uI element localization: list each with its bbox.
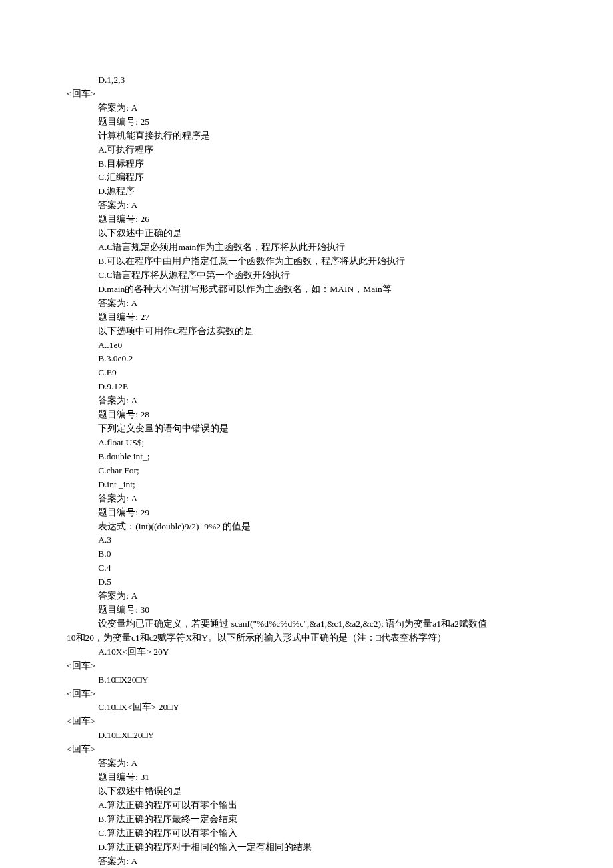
text-line: C.E9 xyxy=(67,366,546,380)
text-line: A.可执行程序 xyxy=(67,143,546,157)
text-line: C.算法正确的程序可以有零个输入 xyxy=(67,827,546,841)
text-line: <回车> xyxy=(67,687,546,701)
text-line: 设变量均已正确定义，若要通过 scanf("%d%c%d%c",&a1,&c1,… xyxy=(67,617,546,631)
text-line: 答案为: A xyxy=(67,492,546,506)
text-line: D.源程序 xyxy=(67,185,546,199)
text-line: 以下叙述中错误的是 xyxy=(67,785,546,799)
text-line: B.算法正确的程序最终一定会结束 xyxy=(67,813,546,827)
text-line: 以下选项中可用作C程序合法实数的是 xyxy=(67,325,546,339)
text-line: 题目编号: 26 xyxy=(67,213,546,227)
text-line: D.9.12E xyxy=(67,380,546,394)
text-line: 题目编号: 30 xyxy=(67,603,546,617)
text-line: C.4 xyxy=(67,561,546,575)
text-line: D.5 xyxy=(67,575,546,589)
text-line: 题目编号: 25 xyxy=(67,115,546,129)
text-line: B.0 xyxy=(67,547,546,561)
text-line: C.char For; xyxy=(67,464,546,478)
text-line: 答案为: A xyxy=(67,394,546,408)
text-line: A..1e0 xyxy=(67,339,546,353)
text-line: B.10□X20□Y xyxy=(67,673,546,687)
text-line: A.算法正确的程序可以有零个输出 xyxy=(67,799,546,813)
text-line: 答案为: A xyxy=(67,589,546,603)
text-line: D.int _int; xyxy=(67,478,546,492)
text-line: 计算机能直接执行的程序是 xyxy=(67,129,546,143)
text-line: C.C语言程序将从源程序中第一个函数开始执行 xyxy=(67,269,546,283)
document-body: D.1,2,3<回车>答案为: A题目编号: 25计算机能直接执行的程序是A.可… xyxy=(67,73,546,868)
text-line: 答案为: A xyxy=(67,855,546,868)
text-line: A.3 xyxy=(67,533,546,547)
text-line: 以下叙述中正确的是 xyxy=(67,227,546,241)
text-line: A.10X<回车> 20Y xyxy=(67,645,546,659)
text-line: 题目编号: 28 xyxy=(67,408,546,422)
text-line: B.3.0e0.2 xyxy=(67,352,546,366)
text-line: C.10□X<回车> 20□Y xyxy=(67,701,546,715)
text-line: D.10□X□20□Y xyxy=(67,729,546,743)
text-line: D.main的各种大小写拼写形式都可以作为主函数名，如：MAIN，Main等 xyxy=(67,283,546,297)
text-line: A.C语言规定必须用main作为主函数名，程序将从此开始执行 xyxy=(67,241,546,255)
text-line: 题目编号: 31 xyxy=(67,771,546,785)
text-line: 答案为: A xyxy=(67,757,546,771)
text-line: 题目编号: 27 xyxy=(67,311,546,325)
text-line: <回车> xyxy=(67,715,546,729)
text-line: 表达式：(int)((double)9/2)- 9%2 的值是 xyxy=(67,520,546,534)
text-line: 答案为: A xyxy=(67,101,546,115)
text-line: <回车> xyxy=(67,659,546,673)
text-line: 题目编号: 29 xyxy=(67,506,546,520)
text-line: 10和20，为变量c1和c2赋字符X和Y。以下所示的输入形式中正确的是（注：□代… xyxy=(67,631,546,645)
text-line: D.算法正确的程序对于相同的输入一定有相同的结果 xyxy=(67,841,546,855)
text-line: A.float US$; xyxy=(67,436,546,450)
text-line: <回车> xyxy=(67,743,546,757)
text-line: <回车> xyxy=(67,87,546,101)
text-line: B.可以在程序中由用户指定任意一个函数作为主函数，程序将从此开始执行 xyxy=(67,255,546,269)
text-line: D.1,2,3 xyxy=(67,73,546,87)
text-line: B.目标程序 xyxy=(67,157,546,171)
text-line: C.汇编程序 xyxy=(67,171,546,185)
text-line: 答案为: A xyxy=(67,297,546,311)
text-line: 下列定义变量的语句中错误的是 xyxy=(67,422,546,436)
text-line: 答案为: A xyxy=(67,199,546,213)
text-line: B.double int_; xyxy=(67,450,546,464)
